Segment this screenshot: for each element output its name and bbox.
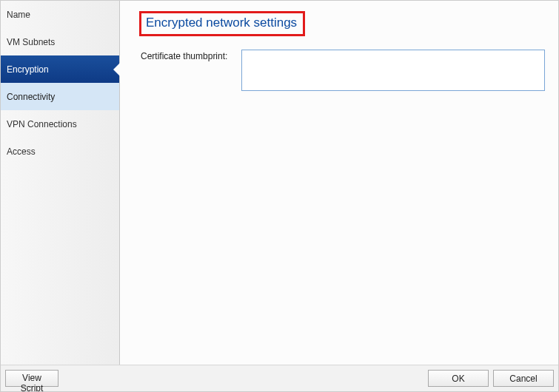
thumbprint-input[interactable] (241, 50, 545, 91)
sidebar-item-label: Access (7, 146, 36, 157)
sidebar-item-encryption[interactable]: Encryption (1, 55, 119, 83)
sidebar-item-access[interactable]: Access (1, 138, 119, 165)
bottom-bar: View Script OK Cancel (1, 365, 558, 391)
view-script-button[interactable]: View Script (5, 370, 58, 387)
sidebar-item-connectivity[interactable]: Connectivity (1, 83, 119, 110)
sidebar-item-label: Name (7, 10, 30, 20)
ok-button[interactable]: OK (428, 370, 489, 387)
sidebar: Name VM Subnets Encryption Connectivity … (1, 1, 120, 365)
thumbprint-row: Certificate thumbprint: (141, 50, 545, 91)
sidebar-item-vpn-connections[interactable]: VPN Connections (1, 110, 119, 138)
sidebar-item-name[interactable]: Name (1, 1, 119, 28)
thumbprint-label: Certificate thumbprint: (141, 50, 235, 61)
content-area: Name VM Subnets Encryption Connectivity … (1, 1, 558, 365)
sidebar-item-label: VM Subnets (7, 37, 55, 47)
sidebar-item-label: VPN Connections (7, 119, 77, 129)
main-panel: Encrypted network settings Certificate t… (120, 1, 558, 365)
sidebar-item-vm-subnets[interactable]: VM Subnets (1, 28, 119, 55)
panel-title: Encrypted network settings (146, 16, 297, 30)
sidebar-item-label: Encryption (7, 64, 49, 75)
panel-title-highlight: Encrypted network settings (139, 11, 305, 36)
sidebar-item-label: Connectivity (7, 92, 55, 102)
cancel-button[interactable]: Cancel (493, 370, 554, 387)
